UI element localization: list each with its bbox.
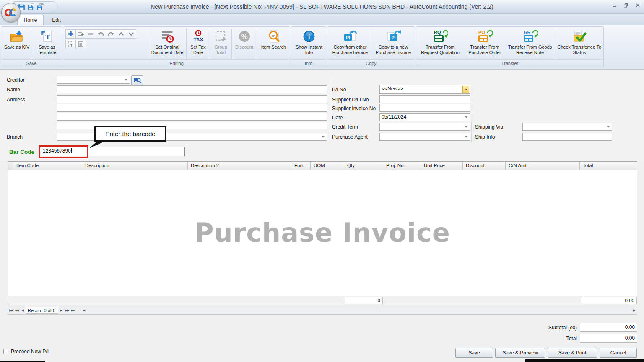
grid-body[interactable]: Purchase Invoice (8, 170, 637, 295)
add-row-icon[interactable] (65, 29, 76, 39)
list-view-icon[interactable] (75, 40, 86, 49)
redo-icon[interactable] (106, 29, 116, 39)
move-up-icon[interactable] (116, 29, 126, 39)
ribbon: Save as KIV T Save as Template Save (0, 25, 644, 70)
save-and-preview-button[interactable]: Save & Preview (495, 348, 545, 358)
creditor-search-icon: C (133, 77, 141, 84)
address-label: Address (7, 97, 25, 103)
transfer-from-goods-receive-note-button[interactable]: GR Transfer From Goods Receive Note (506, 28, 553, 60)
copy-to-icon: PI (386, 28, 401, 44)
save-all-icon[interactable] (37, 3, 44, 10)
copy-from-other-pi-button[interactable]: PI Copy from other Purchase Invoice (329, 28, 371, 60)
creditor-field[interactable] (57, 76, 130, 84)
shipping-via-label: Shipping Via (475, 124, 503, 130)
save-as-template-button[interactable]: T Save as Template (32, 28, 62, 60)
item-search-button[interactable]: Item Search (257, 28, 290, 60)
first-record-button[interactable]: |◀◀ (8, 307, 14, 314)
save-as-kiv-button[interactable]: Save as KIV (2, 28, 31, 60)
address-line-3-field[interactable] (57, 113, 327, 121)
last-record-button[interactable]: ▶▶| (70, 307, 76, 314)
save-and-print-button[interactable]: Save & Print (548, 348, 597, 358)
next-record-button[interactable]: ▶ (58, 307, 64, 314)
move-down-icon[interactable] (126, 29, 136, 39)
supplier-do-field[interactable] (379, 95, 470, 103)
total-label: Total (506, 336, 577, 341)
line-items-grid: Item Code Description Description 2 Furt… (8, 161, 637, 305)
barcode-callout: Enter the barcode (94, 126, 166, 142)
record-navigator: |◀◀ ◀◀ ◀ Record 0 of 0 ▶ ▶▶ ▶▶| ◀ ▶ (8, 306, 637, 315)
credit-term-field[interactable] (379, 123, 470, 131)
ship-info-field[interactable] (522, 133, 612, 141)
hscroll-left-arrow[interactable]: ◀ (81, 307, 87, 314)
date-value: 05/11/2024 (382, 114, 406, 120)
chevron-down-icon[interactable] (464, 114, 469, 121)
column-header-proj-no[interactable]: Proj. No. (383, 162, 421, 170)
range-select-icon[interactable] (65, 40, 76, 49)
column-header-qty[interactable]: Qty (344, 162, 383, 170)
template-document-icon: T (41, 28, 53, 44)
prev-page-button[interactable]: ◀◀ (14, 307, 20, 314)
column-header-item-code[interactable]: Item Code (13, 162, 82, 170)
next-page-button[interactable]: ▶▶ (64, 307, 70, 314)
svg-text:GR: GR (524, 30, 531, 35)
svg-text:PI: PI (346, 36, 350, 40)
delete-row-icon[interactable] (86, 29, 96, 39)
transfer-from-purchase-order-button[interactable]: PO Transfer From Purchase Order (463, 28, 506, 60)
creditor-search-button[interactable]: C (131, 75, 143, 85)
prev-record-button[interactable]: ◀ (20, 307, 26, 314)
column-header-discount[interactable]: Discount (463, 162, 506, 170)
column-header-cn-amt[interactable]: C/N Amt. (506, 162, 580, 170)
callout-tail (86, 141, 109, 149)
document-date-icon (161, 28, 174, 44)
name-field[interactable] (57, 85, 327, 93)
chevron-down-icon[interactable] (321, 133, 326, 140)
date-field[interactable]: 05/11/2024 (379, 113, 470, 121)
transfer-from-request-quotation-button[interactable]: RQ Transfer From Request Quotation (418, 28, 463, 60)
set-tax-date-button[interactable]: TAX Set Tax Date (187, 28, 210, 60)
footer-qty-total: 0 (345, 297, 383, 304)
chevron-down-icon[interactable] (606, 123, 611, 130)
background-window-edge-right (525, 359, 644, 362)
tab-home[interactable]: Home (17, 15, 44, 25)
svg-text:%: % (241, 33, 247, 41)
copy-to-new-pi-button[interactable]: PI Copy to a new Purchase Invoice (372, 28, 414, 60)
column-header-description2[interactable]: Description 2 (188, 162, 291, 170)
ribbon-group-info: i Show Instant Info Info (291, 26, 326, 67)
close-icon[interactable] (635, 3, 641, 8)
app-logo[interactable] (1, 3, 21, 22)
undo-icon[interactable] (96, 29, 106, 39)
chevron-down-icon[interactable] (124, 76, 129, 83)
set-original-document-date-button[interactable]: Set Original Document Date (148, 28, 186, 60)
date-label: Date (332, 115, 343, 121)
column-header-total[interactable]: Total (580, 162, 637, 170)
column-header-unit-price[interactable]: Unit Price (421, 162, 463, 170)
check-transferred-to-status-button[interactable]: Check Transferred To Status (556, 28, 603, 60)
column-header-description[interactable]: Description (82, 162, 188, 170)
discount-button: % Discount (232, 28, 257, 60)
insert-row-icon[interactable] (75, 29, 86, 39)
address-line-2-field[interactable] (57, 104, 327, 112)
supplier-invoice-field[interactable] (379, 104, 470, 112)
column-header-further[interactable]: Furt... (291, 162, 311, 170)
pi-no-field[interactable]: <<New>> (379, 85, 470, 94)
save-as-icon[interactable] (28, 3, 34, 10)
show-instant-info-button[interactable]: i Show Instant Info (292, 28, 326, 60)
chevron-down-icon[interactable] (464, 133, 469, 140)
proceed-new-pi-checkbox[interactable] (3, 349, 8, 354)
purchase-agent-field[interactable] (379, 133, 470, 141)
column-header-uom[interactable]: UOM (311, 162, 344, 170)
hscroll-right-arrow[interactable]: ▶ (631, 307, 637, 314)
save-button[interactable]: Save (455, 348, 493, 358)
address-line-1-field[interactable] (57, 95, 327, 103)
minimize-button[interactable] (611, 3, 617, 8)
ribbon-group-editing: Set Original Document Date TAX Set Tax D… (63, 26, 290, 67)
tab-edit[interactable]: Edit (45, 15, 68, 25)
po-transfer-icon: PO (477, 28, 493, 44)
cancel-button[interactable]: Cancel (600, 348, 637, 358)
pi-no-dropdown-button[interactable] (462, 86, 469, 93)
svg-text:RQ: RQ (434, 30, 441, 35)
shipping-via-field[interactable] (522, 123, 612, 131)
restore-button[interactable] (623, 3, 629, 8)
branch-label: Branch (7, 134, 23, 140)
chevron-down-icon[interactable] (464, 123, 469, 130)
